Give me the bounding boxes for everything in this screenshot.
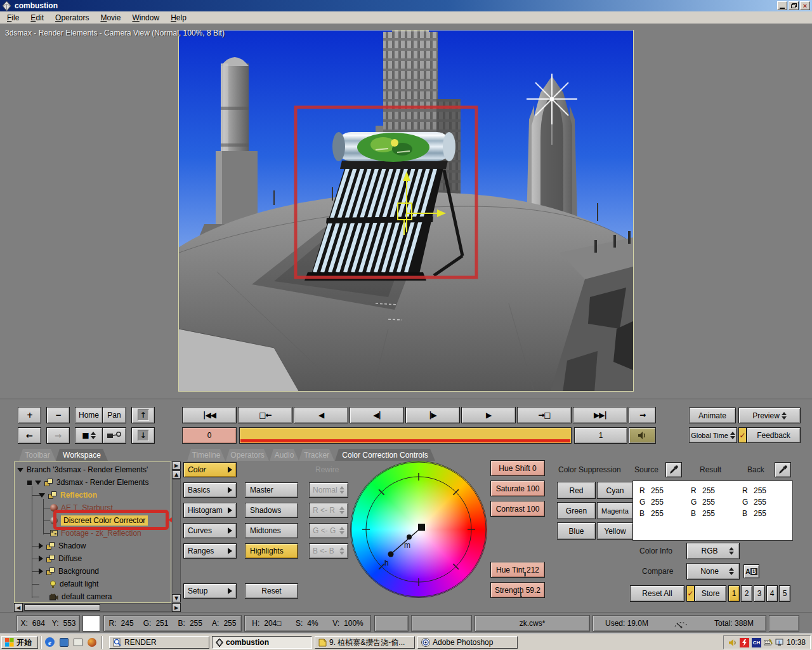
tree-item-branch[interactable]: Branch '3dsmax - Render Elements' [17, 463, 148, 476]
expander-right-icon[interactable] [39, 568, 43, 574]
store-slot-5[interactable]: 5 [779, 585, 790, 602]
display-settings-icon[interactable]: i [775, 639, 784, 647]
hscroll-track[interactable] [23, 603, 172, 612]
outlook-icon[interactable] [58, 637, 69, 647]
source-eyedropper-button[interactable] [665, 462, 682, 477]
vscroll-down-button[interactable]: ▼ [172, 594, 181, 602]
range-shadows-button[interactable]: Shadows [245, 503, 298, 518]
go-last-frame-button[interactable]: ▶▶| [573, 407, 627, 423]
hscroll-left-button[interactable]: ◀ [14, 603, 23, 612]
cc-section-basics[interactable]: Basics [183, 482, 237, 498]
end-frame-field[interactable]: 1 [574, 427, 627, 444]
compare-mode-dropdown[interactable]: None [686, 563, 740, 580]
volume-icon[interactable] [728, 639, 737, 647]
rewire-normal-dropdown[interactable]: Normal [309, 482, 348, 498]
menu-operators[interactable]: Operators [49, 12, 95, 23]
contrast-field[interactable]: Contrast 100 [490, 501, 545, 517]
ie-icon[interactable]: e [44, 637, 55, 647]
media-player-icon[interactable] [86, 637, 97, 647]
store-slot-2[interactable]: 2 [741, 585, 752, 602]
expander-down-icon[interactable] [35, 481, 41, 485]
zoom-out-button[interactable]: − [46, 407, 70, 423]
rewire-blue-dropdown[interactable]: B <- B [309, 543, 348, 559]
cc-section-setup[interactable]: Setup [183, 583, 237, 599]
task-document[interactable]: 9. 植楨寨&攒告浇-偷... [315, 636, 415, 649]
menu-window[interactable]: Window [126, 12, 165, 23]
keyboard-icon[interactable] [764, 639, 773, 647]
play-button[interactable]: ▶ [461, 407, 516, 423]
ab-compare-button[interactable]: AB [743, 564, 759, 578]
tab-color-correction-controls[interactable]: Color Correction Controls [335, 449, 435, 461]
tab-toolbar[interactable]: Toolbar [19, 449, 56, 461]
tree-item-reflection[interactable]: Reflection [39, 489, 97, 501]
tree-item-background[interactable]: Background [39, 565, 99, 578]
forward-button[interactable]: → [46, 427, 70, 444]
store-slot-4[interactable]: 4 [766, 585, 778, 602]
cc-section-curves[interactable]: Curves [183, 523, 237, 538]
tree-item-default-light[interactable]: default light [39, 578, 98, 590]
schematic-button[interactable] [102, 427, 126, 444]
tree-item-diffuse[interactable]: Diffuse [39, 552, 82, 565]
task-combustion[interactable]: combustion [212, 636, 312, 649]
jump-back-button[interactable]: □← [238, 407, 292, 423]
rewire-green-dropdown[interactable]: G <- G [309, 523, 348, 538]
menu-help[interactable]: Help [165, 12, 192, 23]
fit-view-button[interactable]: ■ [75, 427, 103, 444]
step-back-button[interactable]: ◀| [350, 407, 404, 423]
minimize-button[interactable] [777, 1, 787, 10]
audio-mute-button[interactable] [629, 427, 656, 444]
restore-button[interactable] [789, 1, 799, 10]
render-canvas[interactable] [178, 30, 634, 392]
menu-movie[interactable]: Movie [95, 12, 126, 23]
rewire-red-dropdown[interactable]: R <- R [309, 503, 348, 518]
back-button[interactable]: ← [18, 427, 41, 444]
color-wheel[interactable]: m h [351, 461, 487, 597]
play-to-end-button[interactable]: → [629, 407, 656, 423]
tree-item-composite[interactable]: 3dsmax - Render Elements [27, 476, 148, 489]
menu-file[interactable]: File [1, 12, 25, 23]
vscroll-up-button[interactable]: ▲ [172, 470, 181, 479]
task-photoshop[interactable]: Adobe Photoshop [417, 636, 518, 649]
store-button[interactable]: Store [695, 585, 726, 602]
input-method-icon[interactable] [740, 638, 749, 647]
tab-audio[interactable]: Audio [270, 449, 299, 461]
back-eyedropper-button[interactable] [775, 462, 791, 477]
suppress-blue-button[interactable]: Blue [557, 522, 596, 540]
hue-shift-field[interactable]: Hue Shift 0 [490, 460, 545, 476]
cc-section-color[interactable]: Color [183, 462, 237, 477]
step-forward-button[interactable]: |▶ [405, 407, 460, 423]
reset-button[interactable]: Reset [245, 583, 298, 599]
expander-right-icon[interactable] [39, 543, 43, 549]
menu-edit[interactable]: Edit [25, 12, 49, 23]
zoom-in-button[interactable]: + [18, 407, 41, 423]
timeline-bar[interactable] [239, 427, 572, 444]
play-reverse-button[interactable]: ◀ [294, 407, 348, 423]
suppress-magenta-button[interactable]: Magenta [597, 502, 633, 519]
range-master-button[interactable]: Master [245, 482, 298, 498]
animate-button[interactable]: Animate [689, 408, 736, 423]
clock[interactable]: 10:38 [787, 638, 806, 647]
store-slot-3[interactable]: 3 [754, 585, 765, 602]
current-frame-field[interactable]: 0 [182, 427, 237, 444]
suppress-red-button[interactable]: Red [557, 482, 596, 499]
feedback-button[interactable]: Feedback [747, 427, 801, 443]
range-midtones-button[interactable]: Midtones [245, 523, 298, 538]
tree-item-default-camera[interactable]: default camera [39, 590, 112, 603]
tab-timeline[interactable]: Timeline [187, 449, 225, 461]
hscroll-right-button[interactable]: ▶ [172, 603, 181, 612]
suppress-yellow-button[interactable]: Yellow [597, 522, 633, 540]
color-info-mode-dropdown[interactable]: RGB [686, 543, 740, 559]
feedback-checkbox[interactable]: ✓ [738, 427, 747, 443]
suppress-green-button[interactable]: Green [557, 502, 596, 519]
global-time-dropdown[interactable]: Global Time [689, 427, 737, 443]
suppress-cyan-button[interactable]: Cyan [597, 482, 633, 499]
expander-down-icon[interactable] [17, 468, 23, 472]
close-button[interactable]: × [800, 1, 810, 10]
tree-item-shadow[interactable]: Shadow [39, 540, 86, 552]
pan-button[interactable]: Pan [102, 407, 126, 423]
push-up-button[interactable]: ↑ [131, 407, 155, 423]
language-indicator[interactable]: CH [752, 638, 761, 647]
cc-section-ranges[interactable]: Ranges [183, 543, 237, 559]
task-render[interactable]: RENDER [109, 636, 209, 649]
hscroll-thumb[interactable] [24, 604, 100, 611]
